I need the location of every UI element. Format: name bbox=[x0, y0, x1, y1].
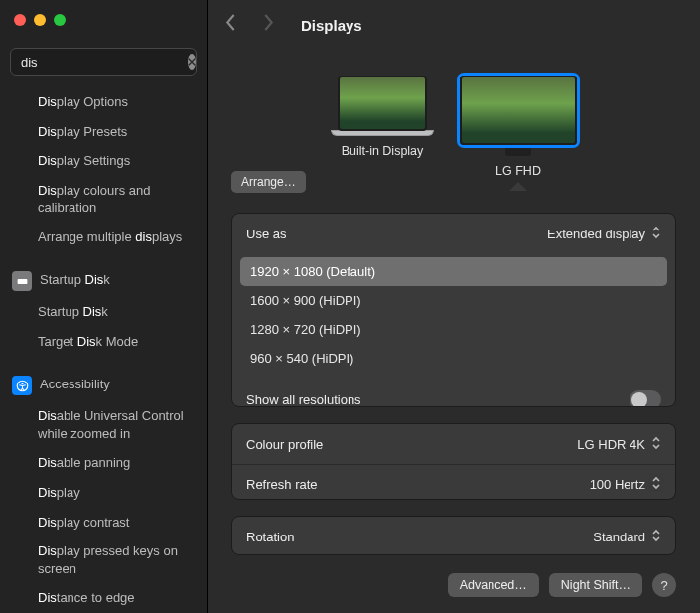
display-label: Built-in Display bbox=[342, 144, 424, 158]
chevron-up-down-icon bbox=[651, 226, 661, 242]
help-button[interactable]: ? bbox=[652, 573, 676, 597]
forward-button[interactable] bbox=[263, 14, 285, 36]
resolution-option[interactable]: 1280 × 720 (HiDPI) bbox=[240, 315, 667, 344]
night-shift-button[interactable]: Night Shift… bbox=[549, 573, 642, 597]
sidebar-item-disable-panning[interactable]: Disable panning bbox=[0, 448, 207, 478]
minimize-window-button[interactable] bbox=[34, 14, 46, 26]
resolution-panel: Use as Extended display 1920 × 1080 (Def… bbox=[231, 213, 676, 407]
sidebar-header-accessibility[interactable]: Accessibility bbox=[0, 370, 207, 401]
refresh-rate-label: Refresh rate bbox=[246, 477, 318, 492]
chevron-up-down-icon bbox=[651, 529, 661, 545]
sidebar-item-distance-to-edge[interactable]: Distance to edge bbox=[0, 583, 207, 613]
sidebar-header-startup-disk[interactable]: Startup Disk bbox=[0, 265, 207, 297]
sidebar-item-display-presets[interactable]: Display Presets bbox=[0, 117, 207, 147]
chevron-up-down-icon bbox=[651, 436, 661, 453]
sidebar-item-display-contrast[interactable]: Display contrast bbox=[0, 508, 207, 537]
rotation-row[interactable]: Rotation Standard bbox=[232, 517, 675, 555]
svg-rect-4 bbox=[17, 279, 27, 284]
sidebar-item-startup-disk[interactable]: Startup Disk bbox=[0, 297, 207, 327]
resolution-list: 1920 × 1080 (Default) 1600 × 900 (HiDPI)… bbox=[232, 253, 675, 381]
external-display-icon bbox=[460, 76, 577, 145]
svg-point-6 bbox=[21, 383, 23, 384]
sidebar-item-disable-universal-control[interactable]: Disable Universal Control while zoomed i… bbox=[0, 401, 207, 448]
show-all-switch[interactable] bbox=[630, 390, 661, 407]
sidebar-item-display-colours[interactable]: Display colours and calibration bbox=[0, 176, 207, 223]
sidebar-item-target-disk-mode[interactable]: Target Disk Mode bbox=[0, 327, 207, 357]
display-option-external[interactable]: LG FHD bbox=[460, 76, 577, 191]
sidebar: Display Options Display Presets Display … bbox=[0, 0, 208, 613]
resolution-option[interactable]: 960 × 540 (HiDPI) bbox=[240, 344, 667, 373]
search-field[interactable] bbox=[10, 48, 197, 76]
display-chooser: Arrange… Built-in Display LG FHD bbox=[231, 60, 676, 197]
show-all-resolutions-row: Show all resolutions bbox=[232, 381, 675, 407]
close-window-button[interactable] bbox=[14, 14, 26, 26]
rotation-panel: Rotation Standard bbox=[231, 516, 676, 555]
zoom-window-button[interactable] bbox=[54, 14, 66, 26]
refresh-rate-row[interactable]: Refresh rate 100 Hertz bbox=[232, 464, 675, 500]
sidebar-item-display-options[interactable]: Display Options bbox=[0, 87, 207, 117]
colour-profile-panel: Colour profile LG HDR 4K Refresh rate 10… bbox=[231, 423, 676, 500]
arrange-button[interactable]: Arrange… bbox=[231, 171, 306, 193]
toolbar: Displays bbox=[208, 0, 700, 50]
search-input[interactable] bbox=[21, 55, 188, 70]
selected-indicator-icon bbox=[509, 182, 527, 191]
resolution-option[interactable]: 1600 × 900 (HiDPI) bbox=[240, 286, 667, 315]
sidebar-item-display-settings[interactable]: Display Settings bbox=[0, 146, 207, 176]
monitor-stand-icon bbox=[505, 145, 531, 156]
use-as-row[interactable]: Use as Extended display bbox=[232, 214, 675, 253]
resolution-option[interactable]: 1920 × 1080 (Default) bbox=[240, 257, 667, 286]
use-as-value: Extended display bbox=[547, 227, 645, 241]
sidebar-results[interactable]: Display Options Display Presets Display … bbox=[0, 83, 207, 613]
rotation-label: Rotation bbox=[246, 530, 294, 544]
sidebar-item-display-pressed-keys[interactable]: Display pressed keys on screen bbox=[0, 536, 207, 583]
main-pane: Displays Arrange… Built-in Display bbox=[208, 0, 700, 613]
back-button[interactable] bbox=[225, 14, 247, 36]
refresh-rate-value: 100 Hertz bbox=[590, 477, 645, 492]
colour-profile-label: Colour profile bbox=[246, 437, 323, 452]
rotation-value: Standard bbox=[593, 530, 645, 544]
colour-profile-row[interactable]: Colour profile LG HDR 4K bbox=[232, 424, 675, 464]
advanced-button[interactable]: Advanced… bbox=[448, 573, 539, 597]
disk-icon bbox=[12, 271, 32, 291]
chevron-up-down-icon bbox=[651, 476, 661, 493]
show-all-label: Show all resolutions bbox=[246, 392, 361, 407]
laptop-display-icon bbox=[338, 76, 427, 131]
page-title: Displays bbox=[301, 17, 362, 34]
sidebar-item-arrange-displays[interactable]: Arrange multiple displays bbox=[0, 223, 207, 252]
window-controls bbox=[0, 0, 207, 38]
use-as-label: Use as bbox=[246, 227, 286, 241]
accessibility-icon bbox=[12, 376, 32, 395]
clear-search-button[interactable] bbox=[188, 54, 196, 70]
sidebar-item-display[interactable]: Display bbox=[0, 478, 207, 508]
display-label: LG FHD bbox=[495, 164, 541, 178]
footer-actions: Advanced… Night Shift… ? bbox=[231, 571, 676, 597]
display-option-builtin[interactable]: Built-in Display bbox=[331, 76, 434, 191]
colour-profile-value: LG HDR 4K bbox=[577, 437, 645, 452]
